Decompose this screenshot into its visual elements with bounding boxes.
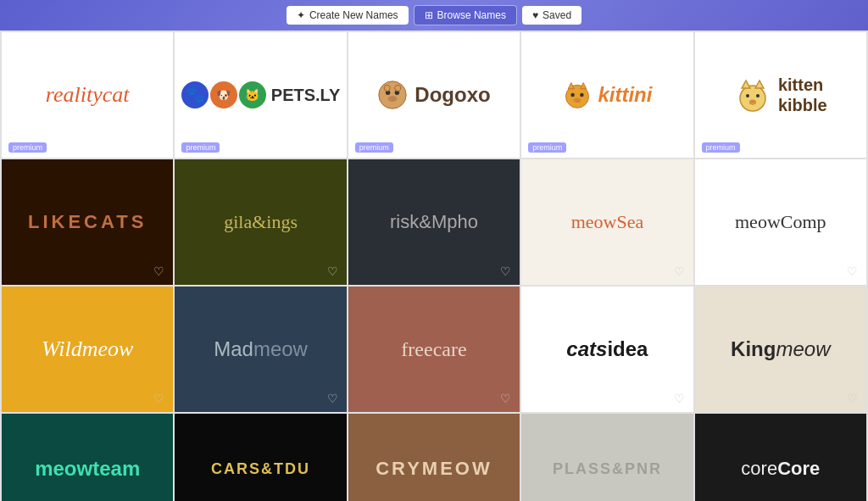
svg-point-4 <box>384 85 390 91</box>
kittenkibble-text: kitten kibble <box>778 75 827 115</box>
logo-carstdu-text: CARS&TDU <box>211 460 310 478</box>
logo-corecore-text: coreCore <box>741 458 820 480</box>
logo-likecats-text: LIKECATS <box>28 211 147 233</box>
svg-point-14 <box>746 94 749 97</box>
top-navigation: ✦ Create New Names ⊞ Browse Names ♥ Save… <box>0 0 868 31</box>
svg-point-16 <box>749 100 756 104</box>
plus-icon: ✦ <box>297 9 305 21</box>
logo-kittenkibble: kitten kibble <box>734 75 827 115</box>
saved-label: Saved <box>542 9 571 21</box>
kittini-text: kittini <box>598 83 652 107</box>
saved-button[interactable]: ♥ Saved <box>522 6 581 25</box>
logo-plasspnr-text: PLASS&PNR <box>553 460 662 478</box>
heart-icon: ♡ <box>500 264 511 278</box>
card-riskmpho[interactable]: risk&Mpho ♡ <box>348 159 520 285</box>
card-kittini[interactable]: kittini premium <box>521 32 693 158</box>
logo-realitycat-text: realitycat <box>46 82 130 108</box>
grid-icon: ⊞ <box>425 9 433 21</box>
premium-badge: premium <box>181 142 220 153</box>
kitten-kibble-icon <box>734 76 771 114</box>
logo-kittini: kittini <box>562 80 652 110</box>
svg-point-7 <box>571 93 576 97</box>
svg-point-0 <box>379 81 406 109</box>
heart-icon: ♡ <box>847 392 858 405</box>
heart-icon: ♥ <box>532 9 538 21</box>
card-dogoxo[interactable]: Dogoxo premium <box>348 32 520 158</box>
logo-riskmpho-text: risk&Mpho <box>390 211 478 233</box>
heart-icon: ♡ <box>327 392 338 405</box>
premium-badge: premium <box>355 142 393 153</box>
svg-point-13 <box>740 86 765 111</box>
card-meowteam[interactable]: meowteam <box>2 414 173 501</box>
card-realitycat[interactable]: realitycat premium <box>2 32 173 158</box>
card-petsly[interactable]: 🐾 🐶 🐱 PETS.LY premium <box>175 32 346 158</box>
card-likecats[interactable]: LIKECATS ♡ <box>2 159 173 285</box>
dogoxo-text: Dogoxo <box>415 83 490 107</box>
logo-grid: realitycat premium 🐾 🐶 🐱 PETS.LY premium… <box>0 31 868 501</box>
logo-kingmeow-text: Kingmeow <box>731 337 830 361</box>
logo-meowteam-text: meowteam <box>35 457 140 481</box>
browse-names-button[interactable]: ⊞ Browse Names <box>414 5 517 25</box>
logo-petsly: 🐾 🐶 🐱 PETS.LY <box>181 81 341 109</box>
svg-marker-18 <box>755 81 764 88</box>
logo-wildmeow-text: Wildmeow <box>42 337 133 362</box>
card-kingmeow[interactable]: Kingmeow ♡ <box>695 287 866 412</box>
heart-icon: ♡ <box>500 392 511 405</box>
premium-badge: premium <box>702 142 740 153</box>
card-freecare[interactable]: freecare ♡ <box>348 287 520 412</box>
card-kittenkibble[interactable]: kitten kibble premium <box>695 32 866 158</box>
paw-green: 🐱 <box>239 81 266 109</box>
petsly-text: PETS.LY <box>271 86 341 105</box>
card-catsidea[interactable]: catsidea ♡ <box>521 287 693 412</box>
dog-icon <box>377 80 408 110</box>
heart-icon: ♡ <box>674 264 685 278</box>
card-meowsea[interactable]: meowSea ♡ <box>521 159 693 285</box>
card-crymeow[interactable]: CRYMEOW <box>348 414 520 501</box>
logo-meowcomp-text: meowComp <box>735 211 826 233</box>
create-names-button[interactable]: ✦ Create New Names <box>287 6 409 25</box>
browse-names-label: Browse Names <box>437 9 506 21</box>
heart-icon: ♡ <box>153 264 164 278</box>
svg-point-15 <box>756 94 760 97</box>
paw-blue: 🐾 <box>181 81 209 109</box>
heart-icon: ♡ <box>847 264 858 278</box>
premium-badge: premium <box>8 142 47 153</box>
kittini-icon <box>562 80 593 110</box>
premium-badge: premium <box>528 142 566 153</box>
svg-point-3 <box>388 96 398 102</box>
card-carstdu[interactable]: CARS&TDU <box>175 414 346 501</box>
heart-icon: ♡ <box>327 264 338 278</box>
svg-marker-17 <box>742 81 750 88</box>
logo-madmeow-text: Madmeow <box>214 337 308 361</box>
logo-gilaings-text: gila&ings <box>224 211 298 233</box>
logo-catsidea-text: catsidea <box>566 337 648 361</box>
card-plasspnr[interactable]: PLASS&PNR <box>521 414 693 501</box>
heart-icon: ♡ <box>674 392 685 405</box>
create-names-label: Create New Names <box>309 9 398 21</box>
logo-dogoxo: Dogoxo <box>377 80 490 110</box>
card-madmeow[interactable]: Madmeow ♡ <box>175 287 346 412</box>
svg-point-12 <box>576 99 580 103</box>
card-wildmeow[interactable]: Wildmeow ♡ <box>2 287 173 412</box>
logo-freecare-text: freecare <box>401 338 466 361</box>
heart-icon: ♡ <box>153 392 164 405</box>
paw-orange: 🐶 <box>210 81 237 109</box>
card-meowcomp[interactable]: meowComp ♡ <box>695 159 866 285</box>
svg-point-5 <box>395 85 401 91</box>
logo-meowsea-text: meowSea <box>571 211 644 233</box>
svg-point-8 <box>581 93 585 97</box>
card-gilaings[interactable]: gila&ings ♡ <box>175 159 346 285</box>
paw-icons: 🐾 🐶 🐱 <box>181 81 266 109</box>
card-corecore[interactable]: coreCore <box>695 414 866 501</box>
logo-crymeow-text: CRYMEOW <box>376 458 492 480</box>
